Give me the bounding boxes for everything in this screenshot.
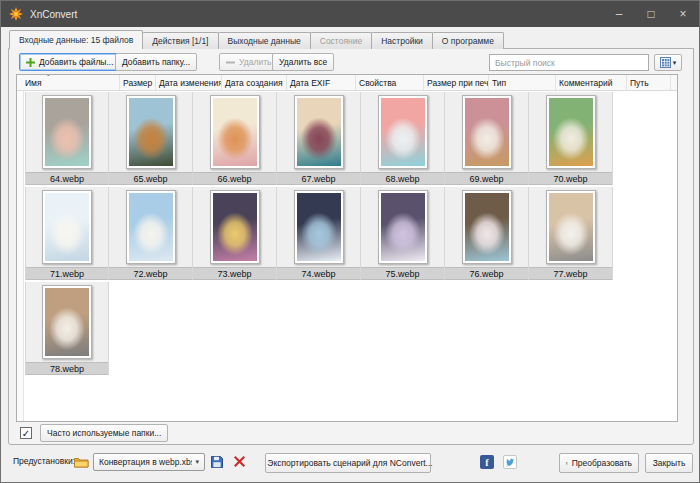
thumbnail [42, 190, 92, 264]
frequent-folders-button[interactable]: Часто используемые папки... [40, 424, 168, 442]
thumbnail [378, 95, 428, 169]
thumbnail [294, 190, 344, 264]
add-folder-button[interactable]: Добавить папку... [115, 53, 197, 71]
tab-input[interactable]: Входные данные: 15 файлов [9, 30, 143, 49]
row-header-gutter [17, 91, 24, 421]
thumbnail-row: 64.webp65.webp66.webp67.webp68.webp69.we… [25, 92, 613, 185]
preset-dropdown-icon: ▾ [195, 458, 199, 466]
add-files-button[interactable]: Добавить файлы... [19, 53, 121, 71]
file-cell[interactable]: 69.webp [445, 92, 529, 185]
thumbnail [210, 190, 260, 264]
file-cell[interactable]: 71.webp [25, 187, 109, 280]
facebook-button[interactable]: f [480, 455, 494, 469]
thumbnail-image [129, 193, 173, 261]
file-cell[interactable]: 70.webp [529, 92, 613, 185]
file-name: 68.webp [361, 172, 444, 185]
view-dropdown-icon: ▾ [673, 59, 677, 67]
file-name: 69.webp [445, 172, 528, 185]
thumbnail-image [45, 193, 89, 261]
thumbnail-image [213, 193, 257, 261]
twitter-icon [505, 458, 515, 467]
grid-view-icon [660, 57, 671, 68]
file-name: 77.webp [529, 267, 612, 280]
file-cell[interactable]: 67.webp [277, 92, 361, 185]
thumbnail [546, 95, 596, 169]
file-cell[interactable]: 77.webp [529, 187, 613, 280]
thumbnail-image [297, 98, 341, 166]
file-name: 78.webp [26, 362, 108, 375]
column-header-3[interactable]: Дата изменения [156, 75, 222, 90]
maximize-button[interactable]: □ [635, 1, 667, 27]
close-label: Закрыть [653, 458, 686, 468]
delete-preset-icon [234, 456, 245, 467]
app-icon [9, 7, 23, 21]
thumbnail [42, 95, 92, 169]
file-name: 74.webp [277, 267, 360, 280]
file-name: 70.webp [529, 172, 612, 185]
search-input[interactable] [489, 54, 649, 71]
tab-output[interactable]: Выходные данные [218, 32, 311, 49]
save-preset-button[interactable] [209, 454, 225, 469]
thumbnail-row: 78.webp [25, 282, 109, 375]
thumbnail [294, 95, 344, 169]
thumbnail [126, 95, 176, 169]
add-files-label: Добавить файлы... [39, 57, 114, 67]
file-name: 66.webp [193, 172, 276, 185]
column-header-7[interactable]: Размер при печа [424, 75, 489, 90]
thumbnail-image [45, 98, 89, 166]
thumbnail [546, 190, 596, 264]
window-title: XnConvert [30, 9, 603, 20]
minus-icon [226, 58, 235, 67]
file-cell[interactable]: 65.webp [109, 92, 193, 185]
file-cell[interactable]: 76.webp [445, 187, 529, 280]
thumbnail [378, 190, 428, 264]
column-header-6[interactable]: Свойства [356, 75, 424, 90]
close-button[interactable]: Закрыть [645, 453, 693, 473]
column-header-10[interactable]: Путь [627, 75, 671, 90]
frequent-folders-checkbox[interactable]: ✓ [20, 427, 32, 439]
tab-bar: Входные данные: 15 файловДействия [1/1]В… [9, 30, 691, 49]
column-header-9[interactable]: Комментарий [556, 75, 627, 90]
column-header-2[interactable]: Размер [120, 75, 156, 90]
column-header-1[interactable]: Имяˆ [17, 75, 120, 90]
open-preset-folder-button[interactable] [73, 454, 89, 469]
file-cell[interactable]: 72.webp [109, 187, 193, 280]
column-header-4[interactable]: Дата создания [222, 75, 287, 90]
remove-all-label: Удалить все [279, 57, 327, 67]
close-window-button[interactable]: × [667, 1, 699, 27]
tab-actions[interactable]: Действия [1/1] [142, 32, 218, 49]
remove-button[interactable]: Удалить [219, 53, 278, 71]
preset-value: Конвертация в webp.xbs [99, 457, 192, 467]
view-mode-button[interactable]: ▾ [654, 54, 682, 71]
file-cell[interactable]: 74.webp [277, 187, 361, 280]
plus-icon [26, 58, 35, 67]
tab-settings[interactable]: Настройки [371, 32, 433, 49]
twitter-button[interactable] [503, 455, 517, 469]
preset-select[interactable]: Конвертация в webp.xbs ▾ [93, 453, 205, 471]
thumbnail-image [381, 193, 425, 261]
file-name: 72.webp [109, 267, 192, 280]
sort-asc-icon: ˆ [47, 75, 50, 82]
file-cell[interactable]: 66.webp [193, 92, 277, 185]
thumbnail-image [465, 193, 509, 261]
frequent-folders-row: ✓ Часто используемые папки... [20, 424, 168, 442]
tab-about[interactable]: О программе [432, 32, 504, 49]
file-cell[interactable]: 73.webp [193, 187, 277, 280]
column-header-8[interactable]: Тип [489, 75, 556, 90]
convert-icon [566, 458, 568, 469]
input-tab-panel: Добавить файлы... Добавить папку... Удал… [8, 48, 694, 445]
tab-status[interactable]: Состояние [310, 32, 372, 49]
export-script-button[interactable]: Экспортировать сценарий для NConvert... [265, 453, 431, 473]
file-cell[interactable]: 68.webp [361, 92, 445, 185]
file-cell[interactable]: 64.webp [25, 92, 109, 185]
convert-button[interactable]: Преобразовать [559, 453, 639, 473]
remove-all-button[interactable]: Удалить все [272, 53, 334, 71]
titlebar: XnConvert – □ × [1, 1, 699, 27]
minimize-button[interactable]: – [603, 1, 635, 27]
delete-preset-button[interactable] [231, 454, 247, 469]
save-icon [211, 456, 223, 468]
file-cell[interactable]: 75.webp [361, 187, 445, 280]
column-header-5[interactable]: Дата EXIF [287, 75, 356, 90]
file-cell[interactable]: 78.webp [25, 282, 109, 375]
thumbnail-image [213, 98, 257, 166]
